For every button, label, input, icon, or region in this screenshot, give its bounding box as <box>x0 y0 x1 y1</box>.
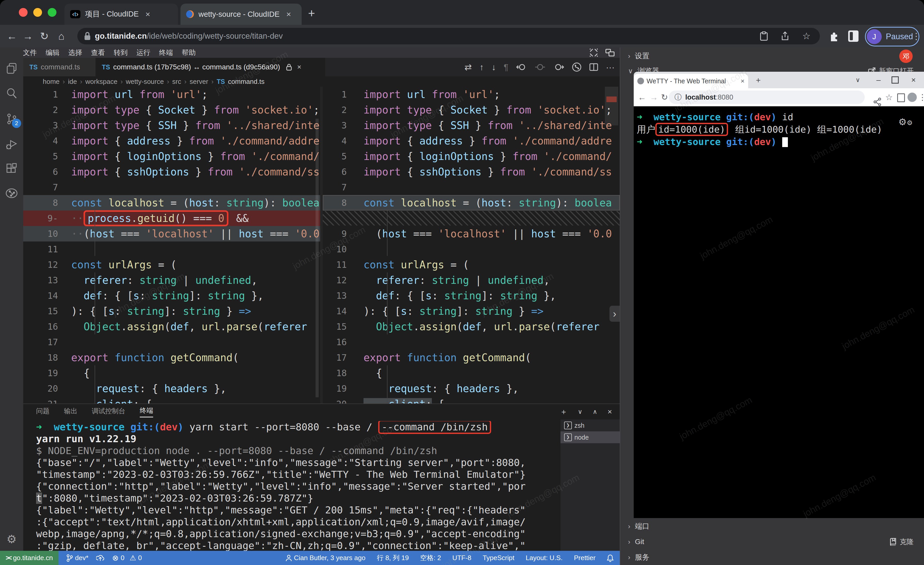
chrome-menu-icon[interactable]: ⋮ <box>909 25 924 48</box>
code-line[interactable]: 10 <box>323 242 620 257</box>
share-icon[interactable] <box>781 32 789 41</box>
editor-tab-command-ts[interactable]: TS command.ts <box>23 58 95 77</box>
section-services[interactable]: ›服务 <box>620 550 924 565</box>
restore-window-icon[interactable] <box>891 72 899 88</box>
code-line[interactable]: 2import type { Socket } from 'socket.io'… <box>323 102 620 118</box>
home-icon[interactable]: ⌂ <box>54 25 69 48</box>
bookmark-star-icon[interactable]: ☆ <box>802 31 811 42</box>
code-line[interactable]: 3import type { SSH } from '../shared/int… <box>23 118 320 133</box>
reload-icon[interactable]: ↻ <box>661 88 668 106</box>
code-line[interactable]: 12const urlArgs = ( <box>23 257 320 272</box>
menu-选择[interactable]: 选择 <box>64 48 87 57</box>
next-change-icon[interactable]: ↓ <box>492 62 496 72</box>
code-line[interactable]: 18export function getCommand( <box>23 350 320 365</box>
code-line[interactable]: 6import { sshOptions } from './command/s… <box>23 164 320 180</box>
blame-indicator[interactable]: Cian Butler, 3 years ago <box>286 554 366 562</box>
panel-tab-调试控制台[interactable]: 调试控制台 <box>92 407 125 417</box>
code-line[interactable]: 20 client: { <box>323 396 620 404</box>
browser-menu-icon[interactable]: ⋮ <box>918 88 924 106</box>
code-line[interactable]: 17 <box>23 334 320 350</box>
embedded-browser-tab[interactable]: WeTTY - The Web Terminal × <box>634 74 748 88</box>
section-ports[interactable]: ›端口 <box>620 518 924 534</box>
wetty-settings-gears-icon[interactable]: ⚙⚙ <box>898 117 913 128</box>
code-line[interactable]: 5import { loginOptions } from './command… <box>23 149 320 164</box>
close-tab-icon[interactable]: × <box>741 77 745 85</box>
breadcrumb-file[interactable]: command.ts <box>228 78 264 86</box>
terminal-session-node[interactable]: ❯node <box>561 431 620 443</box>
code-line[interactable]: 16 Object.assign(def, url.parse(referer <box>23 319 320 334</box>
settings-gear-icon[interactable]: ⚙ <box>0 527 23 550</box>
section-git[interactable]: ›Git 克隆 <box>620 534 924 550</box>
menu-转到[interactable]: 转到 <box>110 48 132 57</box>
minimize-window-icon[interactable]: – <box>876 72 880 88</box>
code-line[interactable]: 16 <box>323 334 620 350</box>
side-panel-icon[interactable] <box>848 30 858 42</box>
close-tab-icon[interactable]: × <box>286 9 291 19</box>
code-line[interactable]: 17export function getCommand( <box>323 350 620 365</box>
wetty-terminal[interactable]: ➜ wetty-source git:(dev) id用户id=1000(ide… <box>634 106 924 518</box>
back-icon[interactable]: ← <box>4 25 20 48</box>
close-panel-icon[interactable]: × <box>608 407 612 416</box>
code-line[interactable]: 13 def: { [s: string]: string }, <box>323 288 620 304</box>
left-pane-scrollbar[interactable] <box>316 119 319 397</box>
terminal-dropdown-icon[interactable]: ∨ <box>578 408 582 415</box>
code-line[interactable]: 4import { address } from './command/addr… <box>23 133 320 149</box>
diff-pane-original[interactable]: 1import url from 'url';2import type { So… <box>23 87 320 404</box>
source-control-icon[interactable]: 2 <box>0 107 23 131</box>
remote-indicator[interactable]: >< go.titanide.cn <box>0 551 58 565</box>
info-icon[interactable]: ⓘ <box>674 92 682 102</box>
whitespace-icon[interactable]: ¶ <box>504 62 508 72</box>
clone-button[interactable]: 克隆 <box>890 537 914 546</box>
extensions-puzzle-icon[interactable] <box>829 31 839 41</box>
forward-icon[interactable]: → <box>20 25 36 48</box>
revert-left-icon[interactable] <box>516 63 527 71</box>
new-tab-icon[interactable]: ＋ <box>754 72 762 88</box>
menu-编辑[interactable]: 编辑 <box>41 48 64 57</box>
problems-indicator[interactable]: ⊗0 ⚠0 <box>112 553 142 562</box>
open-file-icon[interactable]: ⇄ <box>464 62 472 72</box>
section-settings[interactable]: ›设置 邓 <box>620 51 924 61</box>
formatter[interactable]: Prettier <box>574 554 596 562</box>
menu-运行[interactable]: 运行 <box>132 48 154 57</box>
open-changes-icon[interactable] <box>572 62 582 72</box>
code-line[interactable]: 19 request: { headers }, <box>323 381 620 396</box>
clipboard-icon[interactable] <box>760 32 768 41</box>
breadcrumb-item[interactable]: src <box>172 78 181 86</box>
code-line[interactable]: 8const localhost = (host: string): boole… <box>23 195 320 210</box>
panel-tab-终端[interactable]: 终端 <box>140 406 153 418</box>
code-line[interactable]: 1import url from 'url'; <box>323 87 620 102</box>
encoding[interactable]: UTF-8 <box>453 554 471 562</box>
overview-ruler[interactable] <box>603 87 620 404</box>
code-line[interactable]: 13 referer: string | undefined, <box>23 272 320 288</box>
user-avatar[interactable]: 邓 <box>899 50 913 63</box>
reading-list-icon[interactable] <box>897 93 905 104</box>
code-line[interactable]: 11 <box>23 242 320 257</box>
cursor-position[interactable]: 行 8, 列 19 <box>376 553 409 562</box>
back-icon[interactable]: ← <box>638 88 646 106</box>
notifications-bell[interactable] <box>607 554 614 562</box>
close-editor-icon[interactable]: × <box>297 63 301 71</box>
code-line[interactable]: 14): { [s: string]: string } => <box>323 304 620 319</box>
remote-project-icon[interactable] <box>0 182 23 205</box>
traffic-light-zoom[interactable] <box>48 8 57 17</box>
indentation[interactable]: 空格: 2 <box>420 553 441 562</box>
breadcrumb-item[interactable]: workspace <box>86 78 117 86</box>
code-line[interactable]: 11const urlArgs = ( <box>323 257 620 272</box>
panel-tab-输出[interactable]: 输出 <box>64 407 77 417</box>
split-editor-icon[interactable] <box>590 63 598 71</box>
panel-expand-chevron[interactable]: › <box>609 306 620 322</box>
more-actions-icon[interactable]: ··· <box>606 62 615 72</box>
code-line[interactable]: 21 client: { <box>23 396 320 404</box>
code-line[interactable]: 5import { loginOptions } from './command… <box>323 149 620 164</box>
breadcrumb-item[interactable]: server <box>189 78 208 86</box>
code-line[interactable]: 2import type { Socket } from 'socket.io'… <box>23 102 320 118</box>
embedded-address-bar[interactable]: ⓘ localhost :8080 <box>669 90 865 104</box>
terminal-output[interactable]: ➜ wetty-source git:(dev) yarn start --po… <box>36 421 555 551</box>
explorer-icon[interactable] <box>0 57 23 80</box>
new-terminal-icon[interactable]: ＋ <box>560 407 567 417</box>
previous-change-icon[interactable]: ↑ <box>480 62 484 72</box>
menu-查看[interactable]: 查看 <box>87 48 110 57</box>
branch-indicator[interactable]: dev* <box>66 554 88 562</box>
close-window-icon[interactable]: × <box>911 72 916 88</box>
code-line[interactable]: 20 request: { headers }, <box>23 381 320 396</box>
